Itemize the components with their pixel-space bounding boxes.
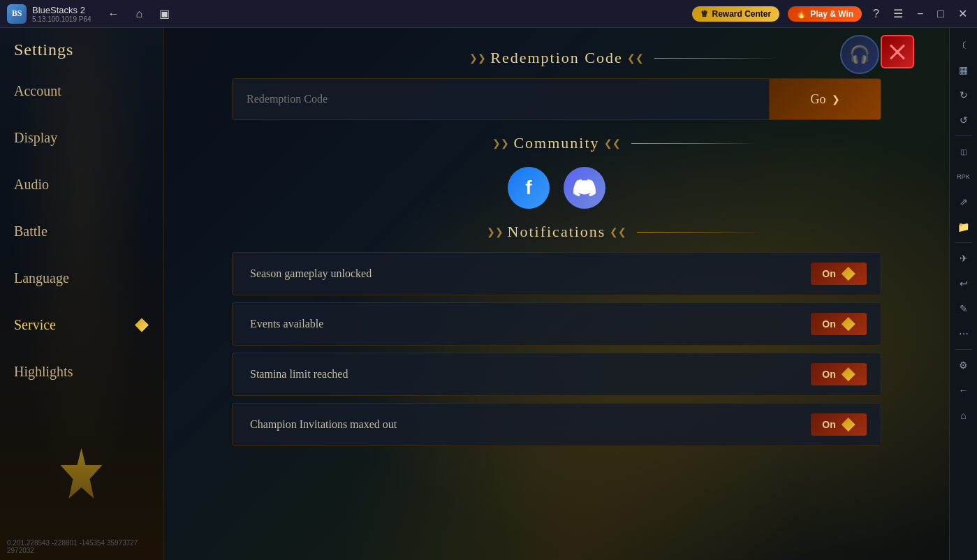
rt-home-button[interactable]: ⌂ bbox=[953, 404, 975, 427]
rt-agent-button[interactable]: ✈ bbox=[953, 247, 975, 270]
season-label: Season gameplay unlocked bbox=[250, 267, 372, 280]
community-header-line-left bbox=[356, 143, 482, 144]
sidebar-version: 0.201.228543 -228801 -145354 35973727 29… bbox=[7, 539, 163, 554]
season-toggle-gem bbox=[842, 267, 855, 281]
redemption-code-input[interactable] bbox=[233, 93, 769, 105]
sidebar-item-account[interactable]: Account bbox=[0, 68, 163, 115]
notification-row-champion: Champion Invitations maxed out On bbox=[232, 403, 881, 446]
season-toggle-value: On bbox=[822, 268, 835, 279]
language-label: Language bbox=[14, 270, 69, 286]
windows-button[interactable]: ▣ bbox=[156, 4, 172, 23]
rt-folder-button[interactable]: 📁 bbox=[953, 216, 975, 238]
events-toggle-value: On bbox=[822, 318, 835, 330]
redemption-code-row: Go ❯ bbox=[232, 78, 881, 120]
game-area: 🎧 ❯❯ Redemption Code ❮❮ Go bbox=[164, 28, 977, 560]
maximize-button[interactable]: □ bbox=[934, 5, 947, 23]
arrow-left-icon: ❯❯ bbox=[469, 52, 486, 64]
season-toggle[interactable]: On bbox=[811, 263, 867, 285]
highlights-label: Highlights bbox=[14, 364, 73, 380]
header-line-left bbox=[333, 58, 459, 59]
sidebar-item-display[interactable]: Display bbox=[0, 115, 163, 161]
window-close-button[interactable]: ✕ bbox=[955, 4, 970, 23]
community-icons: f bbox=[508, 167, 605, 209]
rt-expand-button[interactable]: ⟮ bbox=[953, 34, 975, 56]
community-header: ❯❯ Community ❮❮ bbox=[185, 134, 928, 152]
topbar-right: ♕ Reward Center 🔥 Play & Win ? ☰ − □ ✕ bbox=[692, 4, 970, 23]
community-title: Community bbox=[513, 134, 599, 152]
service-label: Service bbox=[14, 317, 56, 333]
crown-icon: ♕ bbox=[700, 9, 708, 19]
header-line-right bbox=[654, 58, 780, 59]
sidebar-title: Settings bbox=[0, 28, 163, 68]
sidebar-item-battle[interactable]: Battle bbox=[0, 208, 163, 255]
rt-layout-button[interactable]: ◫ bbox=[953, 140, 975, 163]
rt-more-button[interactable]: ⋯ bbox=[953, 323, 975, 345]
discord-icon bbox=[573, 177, 596, 199]
audio-label: Audio bbox=[14, 177, 49, 193]
champion-toggle-track: On bbox=[811, 413, 867, 436]
facebook-button[interactable]: f bbox=[508, 167, 550, 209]
notification-row-stamina: Stamina limit reached On bbox=[232, 353, 881, 396]
redemption-code-header: ❯❯ Redemption Code ❮❮ bbox=[185, 49, 928, 67]
community-arrow-left: ❯❯ bbox=[492, 138, 509, 149]
sidebar-item-highlights[interactable]: Highlights bbox=[0, 348, 163, 395]
notifications-section: ❯❯ Notifications ❮❮ Season gameplay unlo… bbox=[185, 223, 928, 453]
reward-center-label: Reward Center bbox=[712, 9, 771, 19]
battle-label: Battle bbox=[14, 223, 47, 240]
rt-refresh-button[interactable]: ↺ bbox=[953, 109, 975, 131]
rt-rotate-button[interactable]: ↻ bbox=[953, 84, 975, 106]
fire-icon: 🔥 bbox=[796, 9, 807, 19]
redemption-go-button[interactable]: Go ❯ bbox=[769, 78, 881, 120]
bluestacks-logo: BS bbox=[7, 4, 27, 24]
help-button[interactable]: ? bbox=[870, 5, 882, 23]
headset-icon: 🎧 bbox=[849, 45, 870, 64]
topbar-nav: ← ⌂ ▣ bbox=[105, 4, 173, 23]
headset-button[interactable]: 🎧 bbox=[840, 35, 879, 74]
display-label: Display bbox=[14, 130, 57, 146]
topbar: BS BlueStacks 2 5.13.100.1019 P64 ← ⌂ ▣ … bbox=[0, 0, 977, 28]
menu-button[interactable]: ☰ bbox=[890, 4, 906, 23]
chevron-right-icon: ❯ bbox=[832, 94, 840, 105]
rt-edit-button[interactable]: ✎ bbox=[953, 297, 975, 320]
minimize-button[interactable]: − bbox=[914, 5, 926, 23]
app-name: BlueStacks 2 bbox=[32, 5, 91, 15]
season-toggle-track: On bbox=[811, 263, 867, 285]
events-toggle[interactable]: On bbox=[811, 313, 867, 335]
rt-undo-button[interactable]: ↩ bbox=[953, 272, 975, 295]
sidebar-item-audio[interactable]: Audio bbox=[0, 161, 163, 208]
rt-back-button[interactable]: ← bbox=[953, 379, 975, 401]
notif-arrow-left: ❯❯ bbox=[487, 226, 504, 238]
sidebar-item-service[interactable]: Service bbox=[0, 302, 163, 348]
home-button[interactable]: ⌂ bbox=[133, 5, 146, 23]
notif-header-line-left bbox=[351, 232, 476, 233]
stamina-label: Stamina limit reached bbox=[250, 368, 348, 381]
reward-center-button[interactable]: ♕ Reward Center bbox=[692, 6, 779, 22]
champion-toggle-gem bbox=[842, 418, 855, 432]
settings-panel: 🎧 ❯❯ Redemption Code ❮❮ Go bbox=[164, 28, 949, 560]
rt-settings-button[interactable]: ⚙ bbox=[953, 354, 975, 376]
main-container: Settings Account Display Audio Battle La… bbox=[0, 28, 977, 560]
champion-toggle-value: On bbox=[822, 419, 835, 430]
rt-divider-1 bbox=[955, 135, 972, 136]
back-button[interactable]: ← bbox=[105, 5, 122, 23]
sidebar-item-language[interactable]: Language bbox=[0, 255, 163, 302]
rt-divider-2 bbox=[955, 242, 972, 243]
champion-toggle[interactable]: On bbox=[811, 413, 867, 436]
settings-content: ❯❯ Redemption Code ❮❮ Go ❯ bbox=[185, 42, 928, 453]
rt-screenshot-button[interactable]: ▦ bbox=[953, 59, 975, 81]
discord-button[interactable] bbox=[564, 167, 605, 209]
arrow-right-icon: ❮❮ bbox=[627, 52, 644, 64]
community-section: ❯❯ Community ❮❮ f bbox=[185, 134, 928, 209]
rt-rpk-button[interactable]: RPK bbox=[953, 165, 975, 188]
community-header-decor: ❯❯ Community ❮❮ bbox=[492, 134, 620, 152]
stamina-toggle-value: On bbox=[822, 369, 835, 380]
right-toolbar: ⟮ ▦ ↻ ↺ ◫ RPK ⇗ 📁 ✈ ↩ ✎ ⋯ ⚙ ← ⌂ bbox=[949, 28, 977, 560]
stamina-toggle[interactable]: On bbox=[811, 363, 867, 385]
play-win-button[interactable]: 🔥 Play & Win bbox=[788, 6, 862, 22]
close-button[interactable] bbox=[881, 35, 914, 68]
header-decor: ❯❯ Redemption Code ❮❮ bbox=[469, 49, 643, 67]
redemption-code-title: Redemption Code bbox=[490, 49, 622, 67]
champion-label: Champion Invitations maxed out bbox=[250, 418, 397, 431]
notifications-header: ❯❯ Notifications ❮❮ bbox=[185, 223, 928, 241]
rt-resize-button[interactable]: ⇗ bbox=[953, 191, 975, 213]
